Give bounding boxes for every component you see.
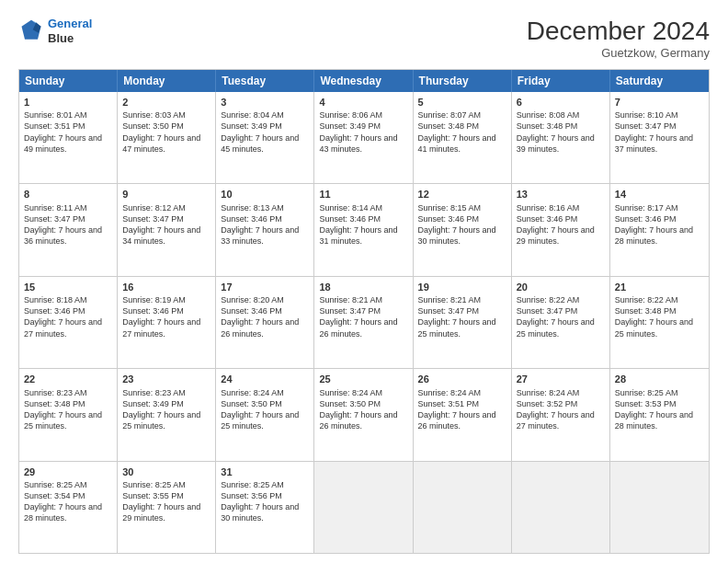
sunset-text: Sunset: 3:47 PM (615, 121, 704, 132)
sunset-text: Sunset: 3:50 PM (319, 398, 407, 409)
daylight-text: Daylight: 7 hours and 27 minutes. (24, 316, 112, 339)
calendar-cell: 5 Sunrise: 8:07 AM Sunset: 3:48 PM Dayli… (414, 92, 512, 183)
sunset-text: Sunset: 3:47 PM (517, 305, 605, 316)
daylight-text: Daylight: 7 hours and 25 minutes. (517, 316, 605, 339)
calendar-cell: 22 Sunrise: 8:23 AM Sunset: 3:48 PM Dayl… (19, 369, 118, 460)
header-monday: Monday (118, 70, 216, 92)
sunset-text: Sunset: 3:49 PM (319, 121, 407, 132)
daylight-text: Daylight: 7 hours and 30 minutes. (221, 501, 309, 523)
calendar-row: 1 Sunrise: 8:01 AM Sunset: 3:51 PM Dayli… (19, 92, 709, 183)
calendar-cell: 11 Sunrise: 8:14 AM Sunset: 3:46 PM Dayl… (314, 184, 413, 275)
day-number: 28 (615, 373, 704, 385)
sunset-text: Sunset: 3:49 PM (221, 121, 309, 132)
sunset-text: Sunset: 3:47 PM (24, 213, 112, 224)
day-number: 16 (122, 281, 210, 293)
header-saturday: Saturday (610, 70, 709, 92)
sunset-text: Sunset: 3:48 PM (24, 398, 112, 409)
day-number: 3 (221, 96, 309, 109)
sunrise-text: Sunrise: 8:21 AM (319, 294, 407, 305)
daylight-text: Daylight: 7 hours and 25 minutes. (221, 409, 309, 431)
header-tuesday: Tuesday (216, 70, 314, 92)
sunrise-text: Sunrise: 8:08 AM (517, 109, 605, 121)
daylight-text: Daylight: 7 hours and 41 minutes. (418, 132, 506, 155)
logo-text: General Blue (48, 17, 92, 45)
calendar-cell (314, 462, 413, 553)
calendar-cell: 4 Sunrise: 8:06 AM Sunset: 3:49 PM Dayli… (314, 92, 413, 183)
sunrise-text: Sunrise: 8:24 AM (221, 387, 309, 398)
logo-icon (18, 18, 44, 44)
day-number: 20 (517, 281, 605, 293)
sunrise-text: Sunrise: 8:16 AM (517, 202, 605, 213)
day-number: 18 (319, 281, 407, 293)
sunrise-text: Sunrise: 8:20 AM (221, 294, 309, 305)
day-number: 19 (418, 281, 506, 293)
calendar-row: 15 Sunrise: 8:18 AM Sunset: 3:46 PM Dayl… (19, 276, 709, 368)
daylight-text: Daylight: 7 hours and 43 minutes. (319, 132, 407, 155)
daylight-text: Daylight: 7 hours and 47 minutes. (122, 132, 210, 155)
day-number: 12 (418, 188, 506, 201)
calendar-cell: 1 Sunrise: 8:01 AM Sunset: 3:51 PM Dayli… (19, 92, 118, 183)
calendar-cell: 12 Sunrise: 8:15 AM Sunset: 3:46 PM Dayl… (414, 184, 512, 275)
daylight-text: Daylight: 7 hours and 26 minutes. (319, 409, 407, 431)
calendar-cell: 13 Sunrise: 8:16 AM Sunset: 3:46 PM Dayl… (512, 184, 610, 275)
calendar-cell: 20 Sunrise: 8:22 AM Sunset: 3:47 PM Dayl… (512, 277, 610, 368)
day-number: 17 (221, 281, 309, 293)
daylight-text: Daylight: 7 hours and 28 minutes. (615, 224, 704, 247)
calendar-cell: 17 Sunrise: 8:20 AM Sunset: 3:46 PM Dayl… (216, 277, 314, 368)
daylight-text: Daylight: 7 hours and 25 minutes. (418, 316, 506, 339)
day-number: 13 (517, 188, 605, 201)
sunrise-text: Sunrise: 8:04 AM (221, 109, 309, 121)
day-number: 21 (615, 281, 704, 293)
sunrise-text: Sunrise: 8:13 AM (221, 202, 309, 213)
sunset-text: Sunset: 3:54 PM (24, 490, 112, 501)
sunrise-text: Sunrise: 8:11 AM (24, 202, 112, 213)
sunset-text: Sunset: 3:46 PM (615, 213, 704, 224)
daylight-text: Daylight: 7 hours and 28 minutes. (24, 501, 112, 523)
sunrise-text: Sunrise: 8:25 AM (221, 479, 309, 490)
sunrise-text: Sunrise: 8:25 AM (615, 387, 704, 398)
sunrise-text: Sunrise: 8:22 AM (615, 294, 704, 305)
page: General Blue December 2024 Guetzkow, Ger… (0, 0, 728, 563)
sunrise-text: Sunrise: 8:23 AM (122, 387, 210, 398)
day-number: 10 (221, 188, 309, 201)
sunset-text: Sunset: 3:56 PM (221, 490, 309, 501)
sunset-text: Sunset: 3:46 PM (24, 305, 112, 316)
calendar-cell (414, 462, 512, 553)
day-number: 31 (221, 465, 309, 478)
day-number: 27 (517, 373, 605, 385)
header-wednesday: Wednesday (314, 70, 413, 92)
day-number: 24 (221, 373, 309, 385)
logo-line1: General (48, 17, 92, 30)
sunset-text: Sunset: 3:50 PM (221, 398, 309, 409)
sunset-text: Sunset: 3:55 PM (122, 490, 210, 501)
sunset-text: Sunset: 3:46 PM (517, 213, 605, 224)
sunrise-text: Sunrise: 8:24 AM (517, 387, 605, 398)
calendar-cell: 2 Sunrise: 8:03 AM Sunset: 3:50 PM Dayli… (118, 92, 216, 183)
calendar-row: 8 Sunrise: 8:11 AM Sunset: 3:47 PM Dayli… (19, 183, 709, 275)
sunset-text: Sunset: 3:50 PM (122, 121, 210, 132)
daylight-text: Daylight: 7 hours and 27 minutes. (517, 409, 605, 431)
sunset-text: Sunset: 3:48 PM (615, 305, 704, 316)
sunrise-text: Sunrise: 8:07 AM (418, 109, 506, 121)
calendar-cell: 30 Sunrise: 8:25 AM Sunset: 3:55 PM Dayl… (118, 462, 216, 553)
calendar-header: Sunday Monday Tuesday Wednesday Thursday… (19, 70, 709, 92)
sunset-text: Sunset: 3:51 PM (418, 398, 506, 409)
daylight-text: Daylight: 7 hours and 26 minutes. (319, 316, 407, 339)
calendar-cell: 23 Sunrise: 8:23 AM Sunset: 3:49 PM Dayl… (118, 369, 216, 460)
day-number: 23 (122, 373, 210, 385)
day-number: 2 (122, 96, 210, 109)
calendar-body: 1 Sunrise: 8:01 AM Sunset: 3:51 PM Dayli… (19, 92, 709, 553)
day-number: 26 (418, 373, 506, 385)
daylight-text: Daylight: 7 hours and 26 minutes. (221, 316, 309, 339)
sunrise-text: Sunrise: 8:18 AM (24, 294, 112, 305)
calendar-cell: 21 Sunrise: 8:22 AM Sunset: 3:48 PM Dayl… (610, 277, 709, 368)
day-number: 5 (418, 96, 506, 109)
sunrise-text: Sunrise: 8:01 AM (24, 109, 112, 121)
daylight-text: Daylight: 7 hours and 37 minutes. (615, 132, 704, 155)
day-number: 1 (24, 96, 112, 109)
calendar-cell: 7 Sunrise: 8:10 AM Sunset: 3:47 PM Dayli… (610, 92, 709, 183)
location: Guetzkow, Germany (527, 46, 710, 60)
daylight-text: Daylight: 7 hours and 45 minutes. (221, 132, 309, 155)
daylight-text: Daylight: 7 hours and 25 minutes. (122, 409, 210, 431)
sunrise-text: Sunrise: 8:03 AM (122, 109, 210, 121)
